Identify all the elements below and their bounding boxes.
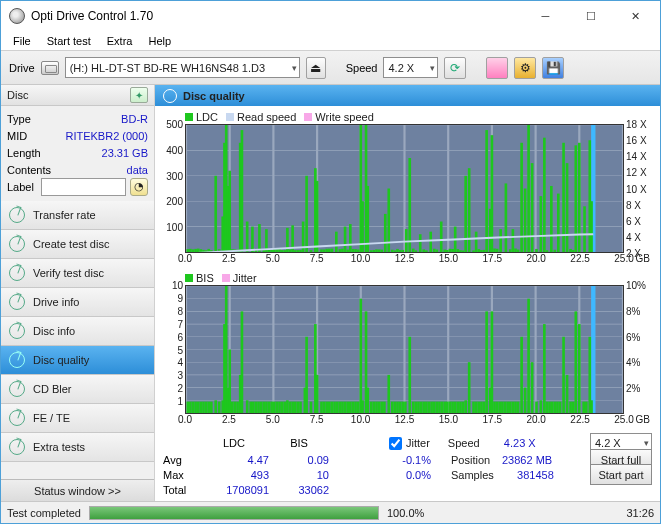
sidebar-item-extra-tests[interactable]: Extra tests — [1, 433, 154, 462]
sidebar-item-disc-info[interactable]: Disc info — [1, 317, 154, 346]
svg-rect-89 — [262, 250, 265, 252]
refresh-button[interactable]: ⟳ — [444, 57, 466, 79]
svg-rect-204 — [566, 375, 569, 413]
gauge-icon — [9, 236, 25, 252]
sidebar-item-fe-te[interactable]: FE / TE — [1, 404, 154, 433]
svg-rect-118 — [391, 250, 394, 252]
svg-rect-298 — [501, 402, 504, 413]
svg-rect-214 — [200, 402, 203, 413]
status-window-toggle[interactable]: Status window >> — [1, 479, 154, 501]
statusbar: Test completed 100.0% 31:26 — [1, 501, 660, 523]
svg-rect-41 — [366, 186, 369, 252]
svg-rect-311 — [559, 402, 562, 413]
save-button[interactable]: 💾 — [542, 57, 564, 79]
svg-rect-56 — [499, 229, 502, 252]
svg-rect-262 — [380, 402, 383, 413]
svg-rect-122 — [401, 250, 404, 252]
gauge-icon — [9, 410, 25, 426]
ldc-plot — [185, 124, 624, 253]
svg-rect-276 — [428, 402, 431, 413]
svg-rect-230 — [268, 402, 271, 413]
svg-rect-119 — [394, 250, 397, 252]
svg-rect-296 — [496, 402, 499, 413]
sidebar-item-cd-bler[interactable]: CD Bler — [1, 375, 154, 404]
svg-rect-217 — [207, 402, 210, 413]
sidebar-item-verify-test-disc[interactable]: Verify test disc — [1, 259, 154, 288]
svg-rect-35 — [335, 232, 338, 252]
svg-rect-149 — [572, 250, 575, 252]
svg-rect-68 — [566, 163, 569, 252]
svg-rect-271 — [415, 402, 418, 413]
window-buttons: ─ ☐ ✕ — [523, 2, 658, 30]
menu-help[interactable]: Help — [140, 33, 179, 49]
sidebar-item-drive-info[interactable]: Drive info — [1, 288, 154, 317]
svg-rect-66 — [557, 194, 560, 252]
chevron-down-icon: ▾ — [644, 438, 649, 448]
progress-fill — [90, 507, 378, 519]
sidebar-item-create-test-disc[interactable]: Create test disc — [1, 230, 154, 259]
svg-rect-216 — [205, 402, 208, 413]
sidebar-item-transfer-rate[interactable]: Transfer rate — [1, 201, 154, 230]
svg-rect-258 — [370, 402, 373, 413]
svg-rect-17 — [214, 176, 217, 252]
svg-rect-115 — [375, 249, 378, 252]
svg-rect-25 — [246, 222, 249, 252]
eject-button[interactable]: ⏏ — [306, 57, 326, 79]
progress-percent: 100.0% — [387, 507, 424, 519]
svg-rect-132 — [451, 249, 454, 252]
sidebar-item-disc-quality[interactable]: Disc quality — [1, 346, 154, 375]
drive-combo[interactable]: (H:) HL-DT-ST BD-RE WH16NS48 1.D3 ▾ — [65, 57, 300, 78]
menu-extra[interactable]: Extra — [99, 33, 141, 49]
svg-rect-27 — [258, 224, 261, 252]
speed-combo[interactable]: 4.2 X ▾ — [383, 57, 438, 78]
svg-rect-272 — [417, 402, 420, 413]
svg-rect-61 — [527, 125, 530, 252]
drive-label: Drive — [9, 62, 35, 74]
minimize-button[interactable]: ─ — [523, 2, 568, 30]
bis-x-axis: 0.02.55.07.510.012.515.017.520.022.525.0… — [185, 414, 624, 430]
sidebar-item-label: Verify test disc — [33, 267, 104, 279]
svg-rect-281 — [441, 402, 444, 413]
erase-button[interactable] — [486, 57, 508, 79]
speed-label: Speed — [346, 62, 378, 74]
sidebar-item-label: Disc info — [33, 325, 75, 337]
svg-rect-137 — [477, 249, 480, 252]
total-key: Total — [163, 484, 199, 496]
maximize-button[interactable]: ☐ — [568, 2, 613, 30]
charts-area: LDC Read speed Write speed 1002003004005… — [155, 106, 660, 432]
svg-rect-199 — [527, 299, 530, 413]
svg-rect-277 — [430, 402, 433, 413]
label-input[interactable] — [41, 178, 126, 196]
svg-rect-126 — [425, 250, 428, 252]
svg-rect-203 — [562, 337, 565, 413]
svg-rect-243 — [320, 402, 323, 413]
svg-rect-254 — [349, 402, 352, 413]
svg-rect-62 — [531, 163, 534, 252]
svg-rect-255 — [352, 402, 355, 413]
refresh-disc-button[interactable]: ✦ — [130, 87, 148, 103]
start-part-button[interactable]: Start part — [590, 464, 652, 485]
svg-rect-309 — [554, 402, 557, 413]
svg-rect-37 — [349, 224, 352, 252]
options-button[interactable]: ⚙ — [514, 57, 536, 79]
avg-ldc: 4.47 — [199, 454, 269, 466]
avg-key: Avg — [163, 454, 199, 466]
menu-file[interactable]: File — [5, 33, 39, 49]
svg-rect-280 — [438, 402, 441, 413]
label-apply-button[interactable]: ◔ — [130, 178, 148, 196]
svg-rect-181 — [286, 400, 289, 413]
legend-bis: BIS — [196, 272, 214, 284]
svg-rect-63 — [540, 196, 543, 252]
svg-rect-48 — [440, 222, 443, 252]
position-value: 23862 MB — [490, 454, 552, 466]
close-button[interactable]: ✕ — [613, 2, 658, 30]
svg-rect-79 — [200, 249, 203, 252]
svg-rect-241 — [299, 402, 302, 413]
svg-rect-247 — [331, 402, 334, 413]
jitter-checkbox-label[interactable]: Jitter — [389, 437, 430, 450]
jitter-checkbox[interactable] — [389, 437, 402, 450]
svg-rect-213 — [197, 402, 200, 413]
svg-rect-111 — [354, 249, 357, 252]
jitter-y-axis: 2%4%6%8%10% — [624, 285, 654, 414]
menu-start-test[interactable]: Start test — [39, 33, 99, 49]
